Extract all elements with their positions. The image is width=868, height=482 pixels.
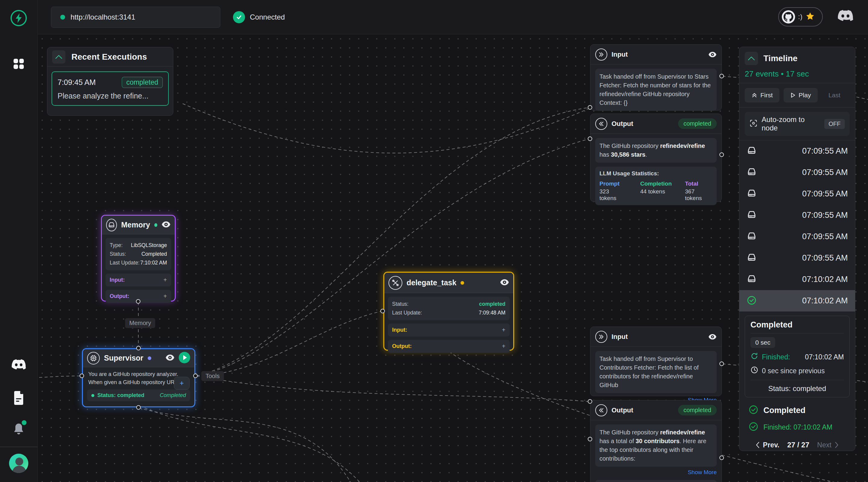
output-message: The GitHub repository refinedev/refine h… (595, 138, 717, 163)
edge-label-memory: Memory (125, 318, 155, 328)
next-button[interactable]: Next (817, 441, 838, 449)
last-button[interactable]: Last (822, 88, 847, 102)
memory-node-title: Memory (121, 221, 150, 229)
output-card-title: Output (612, 407, 633, 414)
document-icon[interactable] (9, 388, 28, 408)
server-url-field[interactable]: http://localhost:3141 (51, 7, 220, 28)
eye-icon[interactable] (708, 52, 717, 58)
connection-label: Connected (250, 13, 285, 22)
left-sidebar (0, 0, 38, 482)
eye-icon[interactable] (708, 334, 717, 340)
clipped-content-box (595, 480, 717, 482)
handle-supervisor-top[interactable] (136, 346, 141, 350)
supervisor-agent-dot (148, 356, 151, 360)
lightning-logo-icon[interactable] (9, 8, 28, 28)
handle-memory-bottom[interactable] (136, 299, 141, 304)
handle-stars-input-right[interactable] (719, 74, 724, 78)
memory-info-box: Type:LibSQLStorage Status:Completed Last… (105, 238, 171, 270)
server-url: http://localhost:3141 (70, 13, 135, 22)
github-star-button[interactable]: :) (778, 7, 823, 27)
check-circle-icon (748, 405, 758, 416)
discord-icon[interactable] (837, 10, 854, 24)
timeline-event[interactable]: 07:09:55 AM (739, 183, 855, 204)
handle-contrib-output-right[interactable] (719, 455, 724, 460)
timeline-event[interactable]: 07:10:02 AM (739, 269, 855, 290)
memory-status-value: Completed (141, 250, 167, 258)
sidebar-divider (0, 447, 38, 447)
discord-icon[interactable] (9, 355, 28, 375)
timeline-event[interactable]: 07:09:55 AM (739, 226, 855, 247)
handle-stars-output-left[interactable] (588, 136, 592, 141)
check-circle-icon (748, 421, 758, 433)
database-icon (106, 219, 117, 231)
timeline-event[interactable]: 07:09:55 AM (739, 162, 855, 183)
grid-icon[interactable] (9, 54, 28, 73)
handle-stars-output-right[interactable] (719, 153, 724, 157)
user-avatar[interactable] (9, 454, 28, 473)
star-icon (806, 12, 815, 22)
prev-button[interactable]: Prev. (755, 441, 779, 449)
play-button[interactable]: Play (784, 88, 818, 102)
contributors-output-card: Output completed The GitHub repository r… (590, 400, 722, 482)
timeline-event[interactable]: 07:09:55 AM (739, 204, 855, 226)
supervisor-status-box: Status: completed Completed (87, 389, 190, 401)
delegate-task-node[interactable]: delegate_task Status:completed Last Upda… (383, 272, 514, 351)
page-position: 27 / 27 (787, 441, 809, 449)
plus-icon: + (163, 277, 167, 284)
focus-target-icon (749, 119, 757, 128)
handle-supervisor-left[interactable] (80, 374, 84, 378)
handle-contrib-input-right[interactable] (719, 361, 724, 366)
handle-supervisor-bottom[interactable] (136, 405, 141, 410)
edge-label-tools: Tools (201, 371, 224, 381)
bell-icon[interactable] (9, 420, 28, 439)
finished-row: Finished: 07:10:02 AM (750, 352, 844, 362)
delegate-updated-value: 7:09:48 AM (478, 309, 505, 317)
handle-supervisor-right[interactable] (193, 374, 198, 378)
database-icon (747, 167, 757, 178)
auto-zoom-toggle[interactable]: Auto-zoom to node OFF (745, 112, 849, 136)
eye-icon[interactable] (500, 279, 509, 287)
delegate-input-label: Input: (392, 327, 407, 333)
recent-executions-header: Recent Executions (47, 47, 173, 67)
supervisor-status-value: Completed (160, 392, 186, 398)
handle-contrib-output-top-left[interactable] (588, 399, 592, 404)
timeline-event[interactable]: 07:09:55 AM (739, 140, 855, 162)
database-icon (747, 189, 757, 199)
timeline-header: Timeline 27 events • 17 sec (739, 47, 855, 83)
plus-icon: + (502, 327, 505, 333)
collapse-chevron-icon[interactable] (52, 50, 65, 64)
connection-status: Connected (233, 7, 285, 28)
collapse-chevron-icon[interactable] (745, 52, 758, 65)
delegate-input-expander[interactable]: Input: + (388, 324, 510, 336)
handle-delegate-left[interactable] (380, 309, 385, 313)
eye-icon[interactable] (165, 354, 175, 362)
run-agent-button[interactable] (179, 352, 190, 364)
auto-zoom-state: OFF (824, 119, 845, 129)
handle-stars-input-left[interactable] (588, 105, 592, 110)
input-card-title: Input (612, 51, 628, 59)
trace-finished-row: Finished: 07:10:02 AM (739, 421, 855, 433)
first-button[interactable]: First (745, 88, 779, 102)
database-icon (747, 275, 757, 285)
execution-item[interactable]: 7:09:45 AM completed Please analyze the … (52, 71, 169, 106)
timeline-summary: 27 events • 17 sec (745, 69, 849, 78)
timeline-event[interactable]: 07:09:55 AM (739, 247, 855, 269)
status-dot (91, 394, 94, 397)
show-more-link[interactable]: Show More (595, 469, 717, 476)
supervisor-node-header: Supervisor (83, 349, 194, 367)
timeline-event-selected[interactable]: 07:10:02 AM (739, 290, 855, 312)
supervisor-expand-button[interactable]: + (174, 377, 190, 389)
delegate-updated-label: Last Update: (392, 309, 422, 317)
auto-zoom-label: Auto-zoom to node (762, 116, 820, 132)
delegate-node-header: delegate_task (384, 272, 513, 293)
delegate-output-expander[interactable]: Output: + (388, 340, 510, 353)
stars-input-card: Input Task handed off from Supervisor to… (590, 44, 722, 110)
output-status-pill: completed (678, 118, 717, 129)
llm-prompt-stat: Prompt 323 tokens (599, 181, 627, 201)
memory-input-expander[interactable]: Input: + (105, 274, 171, 287)
memory-node[interactable]: Memory Type:LibSQLStorage Status:Complet… (101, 215, 176, 301)
check-circle-icon (747, 295, 757, 307)
handle-contrib-output-left[interactable] (588, 437, 592, 441)
supervisor-node[interactable]: Supervisor You are a GitHub repository a… (82, 348, 195, 407)
eye-icon[interactable] (161, 221, 170, 229)
